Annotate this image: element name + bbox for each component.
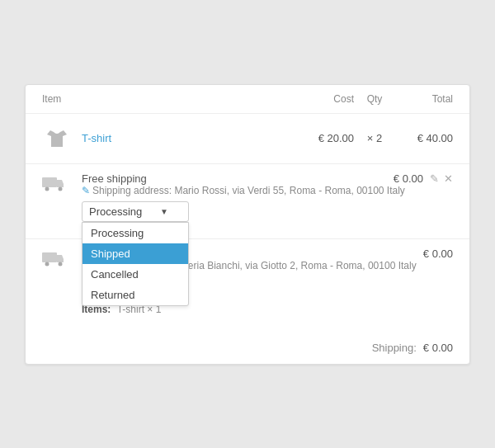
svg-rect-3	[42, 252, 57, 262]
svg-point-1	[45, 186, 50, 191]
shipping-label-1: Free shipping	[82, 172, 147, 185]
header-qty: Qty	[354, 93, 395, 105]
shipping-section-1: Free shipping € 0.00 ✎ ✕ ✎Shipping addre…	[26, 164, 469, 239]
product-link[interactable]: T-shirt	[82, 132, 288, 144]
svg-point-5	[59, 262, 63, 266]
shipping-cost-1: € 0.00	[394, 172, 423, 185]
dropdown-arrow-1: ▼	[160, 207, 168, 216]
footer-shipping-label: Shipping:	[372, 342, 417, 354]
product-total: € 40.00	[395, 132, 453, 144]
option-cancelled-1[interactable]: Cancelled	[82, 264, 188, 285]
truck-icon-2	[42, 248, 72, 270]
svg-point-2	[59, 186, 63, 191]
header-item: Item	[42, 93, 288, 105]
shipping-address-1: ✎Shipping address: Mario Rossi, via Verd…	[82, 185, 453, 196]
address-pencil-1: ✎	[82, 185, 90, 196]
product-cost: € 20.00	[288, 132, 354, 144]
truck-icon-1	[42, 172, 72, 195]
shipping-cost-2: € 0.00	[423, 248, 453, 260]
footer-row: Shipping: € 0.00	[26, 332, 469, 364]
close-icon-1[interactable]: ✕	[444, 172, 453, 185]
edit-icon-1[interactable]: ✎	[430, 172, 439, 185]
footer-shipping-value: € 0.00	[423, 342, 453, 354]
product-icon	[42, 124, 72, 153]
option-returned-1[interactable]: Returned	[82, 285, 188, 305]
header-total: Total	[395, 93, 453, 105]
dropdown-value-1: Processing	[89, 205, 142, 218]
shipping-details-1: Free shipping € 0.00 ✎ ✕ ✎Shipping addre…	[82, 172, 453, 222]
option-processing-1[interactable]: Processing	[82, 223, 188, 243]
dropdown-menu-1: Processing Shipped Cancelled Returned	[82, 222, 189, 306]
product-row: T-shirt € 20.00 × 2 € 40.00	[26, 114, 469, 164]
svg-point-4	[45, 262, 50, 266]
status-dropdown-1[interactable]: Processing ▼ Processing Shipped Cancelle…	[82, 201, 189, 222]
order-card: Item Cost Qty Total T-shirt € 20.00 × 2 …	[25, 84, 470, 365]
svg-rect-0	[42, 177, 57, 187]
header-cost: Cost	[288, 93, 354, 105]
table-header: Item Cost Qty Total	[26, 85, 469, 114]
dropdown-trigger-1[interactable]: Processing ▼	[82, 201, 189, 222]
option-shipped-1[interactable]: Shipped	[82, 243, 188, 264]
product-qty: × 2	[354, 132, 395, 144]
